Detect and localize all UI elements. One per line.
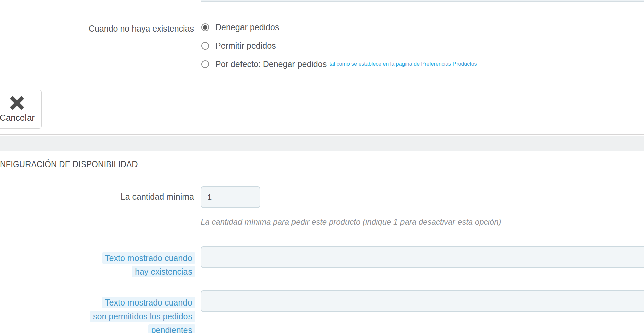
out-of-stock-label: Cuando no haya existencias [0, 24, 194, 34]
radio-option-label: Permitir pedidos [215, 41, 276, 51]
radio-selected-icon[interactable] [201, 23, 209, 31]
backorder-text-label: Texto mostrado cuando son permitidos los… [0, 296, 195, 333]
product-preferences-link[interactable]: tal como se establece en la página de Pr… [329, 61, 477, 67]
in-stock-text-input[interactable] [201, 246, 644, 268]
backorder-text-label-highlight: Texto mostrado cuando son permitidos los… [90, 297, 195, 333]
cancel-x-icon [9, 96, 25, 110]
cropped-field-above-edge [201, 0, 644, 2]
cancel-button[interactable]: Cancelar [0, 90, 42, 129]
radio-unselected-icon[interactable] [201, 60, 209, 68]
heading-underline [0, 175, 644, 175]
backorder-text-input[interactable] [201, 290, 644, 312]
in-stock-text-label: Texto mostrado cuando hay existencias [0, 251, 195, 279]
availability-section-heading: NFIGURACIÓN DE DISPONIBILIDAD [0, 159, 138, 170]
min-quantity-label: La cantidad mínima [0, 192, 194, 202]
radio-option-label: Por defecto: Denegar pedidos [215, 59, 327, 69]
min-quantity-input[interactable] [201, 186, 260, 208]
radio-option-deny-orders[interactable]: Denegar pedidos [201, 23, 477, 32]
min-quantity-help-text: La cantidad mínima para pedir este produ… [201, 217, 501, 227]
radio-option-default-behaviour[interactable]: Por defecto: Denegar pedidos tal como se… [201, 60, 477, 68]
radio-unselected-icon[interactable] [201, 42, 209, 50]
cancel-button-label: Cancelar [0, 113, 35, 123]
panel-gap [0, 136, 644, 151]
panel-bottom-border [0, 134, 644, 135]
out-of-stock-radio-group: Denegar pedidos Permitir pedidos Por def… [201, 23, 477, 78]
in-stock-text-label-highlight: Texto mostrado cuando hay existencias [102, 252, 195, 277]
radio-option-label: Denegar pedidos [215, 22, 279, 32]
product-form-page: { "colors": { "link_blue": "#28a3dc", "t… [0, 0, 644, 333]
radio-option-allow-orders[interactable]: Permitir pedidos [201, 41, 477, 50]
